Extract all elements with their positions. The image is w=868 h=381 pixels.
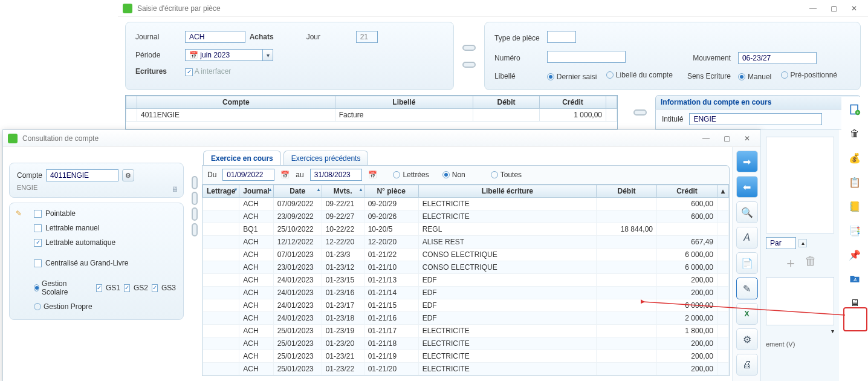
table-row[interactable]: ACH24/01/202301-23/1701-21/15EDF6 000,00 <box>203 299 729 312</box>
minimize-button[interactable]: — <box>697 132 715 145</box>
ecritures-label: Ecritures <box>135 67 167 76</box>
scroll-dn-icon[interactable]: ▾ <box>766 328 834 334</box>
table-row[interactable]: ACH24/01/202301-23/1801-21/16EDF2 000,00 <box>203 312 729 325</box>
type-piece-input[interactable] <box>547 31 576 43</box>
svg-text:A: A <box>853 277 857 282</box>
list-icon[interactable]: 📑 <box>846 221 864 239</box>
col-lettrage[interactable]: Lettrage▾ <box>203 185 239 198</box>
date-from-input[interactable]: 01/09/2022 <box>222 169 274 181</box>
table-row[interactable]: ACH23/09/202209-22/2709-20/26ELECTRICITE… <box>203 210 729 223</box>
table-row[interactable]: ACH25/01/202301-23/1901-21/17ELECTRICITE… <box>203 325 729 337</box>
radio-gestion-propre[interactable]: Gestion Propre <box>34 302 92 311</box>
chk-gs2[interactable] <box>124 284 130 292</box>
scroll-up-icon[interactable]: ▴ <box>798 239 807 247</box>
entries-grid[interactable]: Compte Libellé Débit Crédit 4011ENGIEFac… <box>125 95 618 129</box>
table-row[interactable]: BQ125/10/202210-22/2210-20/5REGL18 844,0… <box>203 223 729 236</box>
col-credit[interactable]: Crédit <box>657 185 717 198</box>
ledger-grid[interactable]: Lettrage▾ Journal▴ Date▴ Mvts.▴ N° pièce… <box>202 184 730 376</box>
numero-input[interactable] <box>547 51 626 63</box>
table-row[interactable]: ACH23/01/202301-23/1201-21/10CONSO ELECT… <box>203 261 729 274</box>
print-button[interactable]: 🖨 <box>736 354 758 376</box>
minimize-button[interactable]: — <box>804 2 822 15</box>
right-panel-stub: Par ▴ ＋ 🗑 ▾ ement (V) <box>760 129 839 381</box>
compte-lookup-button[interactable]: ⚙ <box>122 169 134 181</box>
date-to-input[interactable]: 31/08/2023 <box>310 169 362 181</box>
table-row[interactable]: ACH07/09/202209-22/2109-20/29ELECTRICITE… <box>203 198 729 210</box>
a-interfacer-checkbox[interactable] <box>185 68 193 76</box>
nav-back-button[interactable]: ⬅ <box>736 176 758 198</box>
note-icon[interactable]: 📒 <box>846 197 864 215</box>
edit-button[interactable]: ✎ <box>736 278 758 299</box>
radio-manuel[interactable]: Manuel <box>738 73 771 81</box>
col-journal[interactable]: Journal▴ <box>239 185 273 198</box>
col-credit[interactable]: Crédit <box>540 96 606 109</box>
col-piece[interactable]: N° pièce <box>364 185 418 198</box>
close-button[interactable]: ✕ <box>845 2 863 15</box>
chk-gs1[interactable] <box>96 284 102 292</box>
excel-export-button[interactable]: X <box>736 303 758 325</box>
table-row[interactable]: ACH12/12/202212-22/2012-20/20ALISE REST6… <box>203 236 729 249</box>
radio-lettrees[interactable]: Lettrées <box>393 171 429 179</box>
jour-label: Jour <box>306 28 355 45</box>
radio-gestion-scolaire[interactable]: Gestion Scolaire <box>34 279 80 296</box>
compte-input[interactable]: 4011ENGIE <box>46 169 118 181</box>
maximize-button[interactable]: ▢ <box>717 132 736 145</box>
search-button[interactable]: 🔍 <box>736 201 758 223</box>
tab-exercices-precedents[interactable]: Exercices précédents <box>283 151 369 166</box>
compte-name: ENGIE <box>17 184 176 191</box>
radio-libelle-compte[interactable]: Libellé du compte <box>606 71 673 79</box>
compte-label: Compte <box>17 171 42 180</box>
copy-icon[interactable]: 📋 <box>846 173 864 191</box>
sens-label: Sens Ecriture <box>687 68 737 83</box>
mouvement-input[interactable]: 06-23/27 <box>738 52 817 64</box>
maximize-button[interactable]: ▢ <box>824 2 843 15</box>
mouvement-label: Mouvement <box>687 48 737 67</box>
radio-pre[interactable]: Pré-positionné <box>781 71 837 79</box>
tab-exercice-courant[interactable]: Exercice en cours <box>203 151 281 166</box>
col-lib[interactable]: Libellé écriture <box>418 185 596 198</box>
table-row[interactable]: ACH25/01/202301-23/2101-21/19ELECTRICITE… <box>203 350 729 363</box>
table-row[interactable]: 4011ENGIEFacture1 000,00 <box>126 109 617 122</box>
settings-button[interactable]: ⚙ <box>736 328 758 350</box>
radio-non[interactable]: Non <box>442 171 465 179</box>
header-left-pane: Journal ACH Achats Jour 21 Période 📅 jui… <box>125 22 454 90</box>
chk-pointable[interactable] <box>34 210 42 218</box>
periode-dropdown-button[interactable]: ▾ <box>262 49 273 61</box>
col-compte[interactable]: Compte <box>137 96 335 109</box>
table-row[interactable]: ACH25/01/202301-23/2201-21/20ELECTRICITE… <box>203 363 729 376</box>
close-button[interactable]: ✕ <box>738 132 756 145</box>
col-date[interactable]: Date▴ <box>273 185 322 198</box>
col-debit[interactable]: Débit <box>473 96 540 109</box>
trash-icon[interactable]: 🗑 <box>846 125 864 143</box>
chk-lettrable-auto[interactable] <box>34 239 42 247</box>
table-row[interactable]: ACH24/01/202301-23/1601-21/14EDF200,00 <box>203 287 729 299</box>
new-doc-icon[interactable]: + <box>846 100 864 119</box>
col-mvts[interactable]: Mvts.▴ <box>322 185 364 198</box>
table-row[interactable]: ACH24/01/202301-23/1501-21/13EDF200,00 <box>203 274 729 287</box>
font-button[interactable]: A <box>736 227 758 249</box>
radio-dernier-saisi[interactable]: Dernier saisi <box>547 73 597 81</box>
folder-a-icon[interactable]: A <box>846 270 864 288</box>
col-debit[interactable]: Débit <box>597 185 657 198</box>
col-libelle[interactable]: Libellé <box>335 96 473 109</box>
chk-lettrable-manuel[interactable] <box>34 224 42 232</box>
info-compte-block: Information du compte en cours Intitulé … <box>655 95 861 129</box>
cash-register-icon[interactable]: 💰 <box>846 149 864 167</box>
calendar-to-button[interactable]: 📅 <box>368 171 377 179</box>
periode-combo[interactable]: 📅 juin 2023 ▾ <box>185 49 273 61</box>
journal-code-input[interactable]: ACH <box>185 31 245 43</box>
radio-toutes[interactable]: Toutes <box>491 171 522 179</box>
table-row[interactable]: ACH25/01/202301-23/2001-21/18ELECTRICITE… <box>203 337 729 350</box>
par-label: Par <box>766 237 796 249</box>
chk-centralise[interactable] <box>34 259 42 267</box>
detail-button[interactable]: 📄 <box>736 252 758 274</box>
intitule-value[interactable]: ENGIE <box>689 113 822 125</box>
binder-rings <box>460 22 478 90</box>
pin-icon[interactable]: 📌 <box>846 246 864 264</box>
calendar-from-button[interactable]: 📅 <box>280 171 290 179</box>
jour-input[interactable]: 21 <box>356 31 378 43</box>
nav-forward-button[interactable]: ➡ <box>736 151 758 172</box>
chk-gs3[interactable] <box>152 284 158 292</box>
du-label: Du <box>207 171 216 179</box>
table-row[interactable]: ACH07/01/202301-23/301-21/22CONSO ELECTR… <box>203 249 729 261</box>
